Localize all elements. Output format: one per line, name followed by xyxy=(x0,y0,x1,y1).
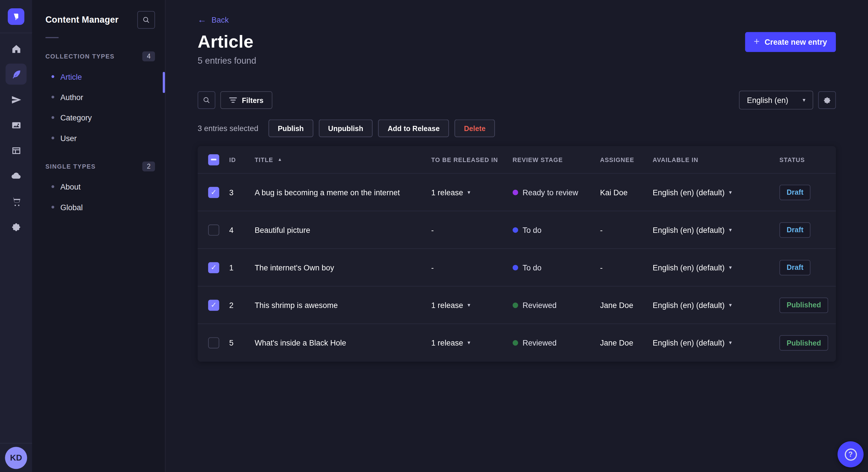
bullet-icon xyxy=(51,116,54,119)
back-link[interactable]: ← Back xyxy=(197,15,228,24)
filters-button[interactable]: Filters xyxy=(220,91,272,109)
locale-select[interactable]: English (en) ▾ xyxy=(739,91,813,109)
chevron-down-icon[interactable]: ▾ xyxy=(729,302,732,308)
sidebar-item-article[interactable]: Article xyxy=(32,66,165,87)
releases-icon[interactable] xyxy=(5,89,26,110)
cell-to-be-released-in: - xyxy=(431,225,513,234)
sidebar-item-label: Author xyxy=(60,93,83,102)
filter-icon xyxy=(229,97,237,103)
avatar[interactable]: KD xyxy=(5,447,27,469)
sidebar-item-about[interactable]: About xyxy=(32,176,165,197)
collection-types-count-badge: 4 xyxy=(143,51,155,61)
content-type-builder-icon[interactable] xyxy=(5,140,26,161)
single-types-section: SINGLE TYPES 2 AboutGlobal xyxy=(32,162,165,217)
table-row[interactable]: 5What's inside a Black Hole1 release▾Rev… xyxy=(197,324,836,362)
cell-assignee: - xyxy=(600,263,653,272)
delete-button[interactable]: Delete xyxy=(455,120,495,137)
cell-available-in[interactable]: English (en) (default)▾ xyxy=(653,188,780,197)
create-new-entry-button[interactable]: + Create new entry xyxy=(745,32,836,52)
select-all-checkbox[interactable] xyxy=(208,154,219,165)
main-nav-rail: KD xyxy=(0,0,32,472)
chevron-down-icon[interactable]: ▾ xyxy=(468,340,470,345)
sidebar-title: Content Manager xyxy=(45,15,119,25)
media-library-icon[interactable] xyxy=(5,114,26,135)
status-badge: Draft xyxy=(779,222,811,237)
column-header-status[interactable]: STATUS xyxy=(779,156,836,163)
add-to-release-button[interactable]: Add to Release xyxy=(378,120,449,137)
sidebar-item-author[interactable]: Author xyxy=(32,87,165,107)
sort-asc-icon: ▲ xyxy=(278,157,282,162)
cell-review-stage: To do xyxy=(513,225,600,234)
cell-to-be-released-in[interactable]: 1 release▾ xyxy=(431,188,513,197)
content-manager-icon[interactable] xyxy=(5,64,26,85)
chevron-down-icon[interactable]: ▾ xyxy=(468,190,470,195)
chevron-down-icon: ▾ xyxy=(803,97,805,103)
cell-to-be-released-in: - xyxy=(431,263,513,272)
collection-types-label: COLLECTION TYPES xyxy=(45,53,115,60)
cell-available-in[interactable]: English (en) (default)▾ xyxy=(653,263,780,272)
status-badge: Draft xyxy=(779,184,811,200)
sidebar-item-global[interactable]: Global xyxy=(32,197,165,217)
cell-status: Published xyxy=(779,297,836,313)
row-checkbox[interactable] xyxy=(208,224,219,235)
row-checkbox[interactable]: ✓ xyxy=(208,262,219,273)
column-header-title[interactable]: TITLE ▲ xyxy=(255,156,431,163)
cell-title: Beautiful picture xyxy=(255,225,431,234)
stage-dot-icon xyxy=(513,227,518,233)
sidebar-item-label: User xyxy=(60,134,76,142)
content-manager-sidebar: Content Manager COLLECTION TYPES 4 Artic… xyxy=(32,0,166,472)
chevron-down-icon[interactable]: ▾ xyxy=(468,302,470,308)
cell-id: 4 xyxy=(229,225,255,234)
search-button[interactable] xyxy=(197,91,215,109)
chevron-down-icon[interactable]: ▾ xyxy=(729,265,732,270)
page-title: Article xyxy=(197,32,253,52)
status-badge: Published xyxy=(779,335,828,351)
table-row[interactable]: ✓1The internet's Own boy-To do-English (… xyxy=(197,249,836,286)
cell-id: 1 xyxy=(229,263,255,272)
chevron-down-icon[interactable]: ▾ xyxy=(729,340,732,345)
cell-available-in[interactable]: English (en) (default)▾ xyxy=(653,225,780,234)
cell-review-stage: Ready to review xyxy=(513,188,600,197)
table-header-row: ID TITLE ▲ TO BE RELEASED IN REVIEW STAG… xyxy=(197,146,836,173)
row-checkbox[interactable] xyxy=(208,337,219,348)
single-types-count-badge: 2 xyxy=(143,162,155,171)
sidebar-item-user[interactable]: User xyxy=(32,128,165,148)
cell-id: 2 xyxy=(229,301,255,309)
table-row[interactable]: ✓2This shrimp is awesome1 release▾Review… xyxy=(197,286,836,324)
column-header-review-stage[interactable]: REVIEW STAGE xyxy=(513,156,600,163)
cell-id: 5 xyxy=(229,338,255,347)
cell-available-in[interactable]: English (en) (default)▾ xyxy=(653,301,780,309)
sidebar-divider xyxy=(45,37,59,38)
column-header-to-be-released-in[interactable]: TO BE RELEASED IN xyxy=(431,156,513,163)
cell-status: Draft xyxy=(779,260,836,275)
unpublish-button[interactable]: Unpublish xyxy=(319,120,373,137)
deploy-icon[interactable] xyxy=(5,165,26,187)
strapi-logo[interactable] xyxy=(8,8,24,25)
chevron-down-icon[interactable]: ▾ xyxy=(729,190,732,195)
cell-status: Draft xyxy=(779,184,836,200)
row-checkbox[interactable]: ✓ xyxy=(208,299,219,310)
column-header-available-in[interactable]: AVAILABLE IN xyxy=(653,156,780,163)
view-settings-button[interactable] xyxy=(818,91,836,109)
cell-title: The internet's Own boy xyxy=(255,263,431,272)
stage-dot-icon xyxy=(513,190,518,195)
cell-review-stage: Reviewed xyxy=(513,301,600,309)
marketplace-icon[interactable] xyxy=(5,191,26,212)
column-header-assignee[interactable]: ASSIGNEE xyxy=(600,156,653,163)
cell-to-be-released-in[interactable]: 1 release▾ xyxy=(431,301,513,309)
sidebar-search-button[interactable] xyxy=(137,11,155,29)
table-row[interactable]: 4Beautiful picture-To do-English (en) (d… xyxy=(197,211,836,249)
column-header-id[interactable]: ID xyxy=(229,156,255,163)
row-checkbox[interactable]: ✓ xyxy=(208,187,219,198)
status-badge: Published xyxy=(779,297,828,313)
active-item-indicator xyxy=(163,72,165,93)
cell-available-in[interactable]: English (en) (default)▾ xyxy=(653,338,780,347)
table-row[interactable]: ✓3A bug is becoming a meme on the intern… xyxy=(197,174,836,211)
cell-to-be-released-in[interactable]: 1 release▾ xyxy=(431,338,513,347)
sidebar-item-category[interactable]: Category xyxy=(32,107,165,128)
publish-button[interactable]: Publish xyxy=(268,120,313,137)
settings-icon[interactable] xyxy=(5,216,26,237)
chevron-down-icon[interactable]: ▾ xyxy=(729,227,732,233)
sidebar-item-label: Category xyxy=(60,113,92,122)
home-icon[interactable] xyxy=(5,38,26,59)
